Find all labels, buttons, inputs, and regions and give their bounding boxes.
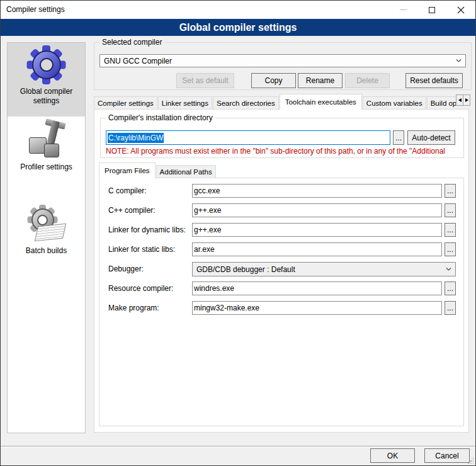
sidebar-item-global-compiler-settings[interactable]: Global compiler settings xyxy=(8,43,85,116)
compiler-settings-dialog: Compiler settings Global compiler settin… xyxy=(0,0,476,466)
selected-compiler-group: Selected compiler GNU GCC Compiler Set a… xyxy=(94,42,472,90)
sidebar-item-label: Global compiler settings xyxy=(8,84,85,106)
linker-static-input[interactable]: ar.exe xyxy=(192,242,442,256)
ok-button[interactable]: OK xyxy=(370,448,415,463)
make-program-browse-button[interactable]: ... xyxy=(445,301,456,315)
banner-title: Global compiler settings xyxy=(179,22,297,33)
selected-compiler-group-label: Selected compiler xyxy=(99,38,164,47)
installation-directory-input[interactable]: C:\raylib\MinGW xyxy=(106,130,390,145)
compiler-select-value: GNU GCC Compiler xyxy=(104,57,172,65)
make-program-label: Make program: xyxy=(108,301,159,315)
chevron-down-icon xyxy=(456,59,462,62)
maximize-button[interactable] xyxy=(417,1,446,19)
c-compiler-browse-button[interactable]: ... xyxy=(445,184,456,198)
bin-subdirectory-note: NOTE: All programs must exist either in … xyxy=(106,147,462,156)
tab-compiler-settings[interactable]: Compiler settings xyxy=(94,96,157,109)
sidebar-item-label: Batch builds xyxy=(8,244,85,256)
copy-button[interactable]: Copy xyxy=(251,73,296,88)
tab-search-directories[interactable]: Search directories xyxy=(213,96,279,109)
auto-detect-button[interactable]: Auto-detect xyxy=(407,130,455,145)
chevron-down-icon xyxy=(446,268,451,271)
linker-dynamic-browse-button[interactable]: ... xyxy=(445,223,456,237)
subtab-additional-paths[interactable]: Additional Paths xyxy=(156,165,216,178)
tab-linker-settings[interactable]: Linker settings xyxy=(158,96,212,109)
left-arrow-icon xyxy=(458,98,462,102)
gear-blue-icon xyxy=(27,45,66,84)
gear-stack-icon xyxy=(26,203,67,244)
maximize-icon xyxy=(429,7,435,13)
caliper-blocks-icon xyxy=(26,120,67,160)
window-controls xyxy=(388,1,475,19)
set-as-default-button[interactable]: Set as default xyxy=(176,73,234,88)
sub-tab-strip: Program Files Additional Paths xyxy=(99,162,451,178)
compiler-select[interactable]: GNU GCC Compiler xyxy=(99,54,466,67)
linker-static-label: Linker for static libs: xyxy=(108,242,175,256)
window-title: Compiler settings xyxy=(6,1,65,19)
installation-directory-group: Compiler's installation directory C:\ray… xyxy=(100,118,464,158)
debugger-select[interactable]: GDB/CDB debugger : Default xyxy=(192,262,456,276)
minimize-icon xyxy=(400,9,407,10)
close-button[interactable] xyxy=(446,1,475,19)
installation-directory-value: C:\raylib\MinGW xyxy=(108,133,164,143)
minimize-button[interactable] xyxy=(388,1,417,19)
footer-divider xyxy=(1,446,475,446)
resource-compiler-label: Resource compiler: xyxy=(108,281,173,295)
banner: Global compiler settings xyxy=(1,19,475,36)
debugger-select-value: GDB/CDB debugger : Default xyxy=(196,265,295,274)
tab-scroll-arrows xyxy=(456,94,470,106)
rename-button[interactable]: Rename xyxy=(298,73,343,88)
tab-toolchain-executables[interactable]: Toolchain executables xyxy=(280,94,362,110)
program-files-page: C compiler: gcc.exe ... C++ compiler: g+… xyxy=(99,178,464,426)
close-icon xyxy=(457,6,465,14)
cpp-compiler-browse-button[interactable]: ... xyxy=(445,203,456,217)
linker-static-browse-button[interactable]: ... xyxy=(445,242,456,256)
reset-defaults-button[interactable]: Reset defaults xyxy=(405,73,463,88)
delete-button[interactable]: Delete xyxy=(345,73,390,88)
c-compiler-label: C compiler: xyxy=(108,184,147,198)
linker-dynamic-input[interactable]: g++.exe xyxy=(192,223,442,237)
right-arrow-icon xyxy=(465,98,468,102)
resource-compiler-browse-button[interactable]: ... xyxy=(445,281,456,295)
cpp-compiler-label: C++ compiler: xyxy=(108,203,156,217)
cpp-compiler-input[interactable]: g++.exe xyxy=(192,203,442,217)
tab-scroll-right-button[interactable] xyxy=(463,94,470,106)
sidebar-item-label: Profiler settings xyxy=(8,160,85,172)
sidebar-item-profiler-settings[interactable]: Profiler settings xyxy=(8,120,85,185)
main-tab-strip: Compiler settings Linker settings Search… xyxy=(94,94,470,110)
tab-custom-variables[interactable]: Custom variables xyxy=(363,96,426,109)
debugger-label: Debugger: xyxy=(108,262,144,276)
c-compiler-input[interactable]: gcc.exe xyxy=(192,184,442,198)
subtab-program-files[interactable]: Program Files xyxy=(99,162,156,178)
linker-dynamic-label: Linker for dynamic libs: xyxy=(108,223,186,237)
make-program-input[interactable]: mingw32-make.exe xyxy=(192,301,442,315)
cancel-button[interactable]: Cancel xyxy=(424,448,470,463)
resource-compiler-input[interactable]: windres.exe xyxy=(192,281,442,295)
title-bar[interactable]: Compiler settings xyxy=(1,1,475,19)
settings-category-list: Global compiler settings Profiler settin… xyxy=(7,42,86,433)
installation-directory-browse-button[interactable]: ... xyxy=(393,130,404,145)
sidebar-item-batch-builds[interactable]: Batch builds xyxy=(8,203,85,263)
installation-directory-group-label: Compiler's installation directory xyxy=(106,113,215,122)
